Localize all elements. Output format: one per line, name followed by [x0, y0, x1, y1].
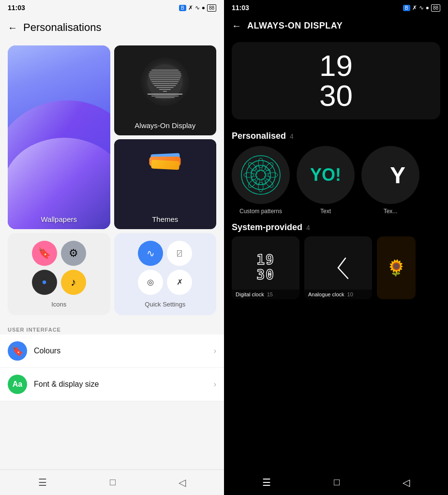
battery-icon: 88	[207, 4, 216, 12]
qs-tune: ⍁	[167, 241, 192, 266]
bluetooth-icon: B	[179, 5, 186, 11]
wallpapers-label: Wallpapers	[8, 215, 110, 223]
digital-clock-label: Digital clock	[236, 291, 264, 297]
right-bluetooth-icon: B	[403, 5, 410, 11]
colours-icon: 🔖	[8, 341, 27, 361]
right-bluetooth-symbol: ✗	[412, 4, 417, 11]
digital-clock-label-bar: Digital clock 15	[232, 290, 299, 299]
left-time: 11:03	[8, 4, 25, 12]
aod-label: Always-On Display	[114, 121, 217, 130]
system-section: System-provided 4 19 30 Digital clock 15	[224, 222, 448, 307]
icon-yellow: ♪	[61, 270, 86, 295]
aod-time-line1: 19	[319, 51, 353, 81]
right-time: 11:03	[232, 4, 249, 12]
signal-icon: ●	[202, 4, 205, 11]
text-partial-label: Tex...	[384, 208, 398, 215]
wallpapers-card[interactable]: Wallpapers	[8, 45, 110, 229]
colours-chevron: ›	[214, 347, 216, 355]
left-back-button[interactable]: ←	[8, 22, 17, 33]
analogue-clock-display	[310, 242, 366, 293]
colours-menu-item[interactable]: 🔖 Colours ›	[0, 335, 224, 368]
third-clock-card[interactable]: 🌻	[377, 236, 416, 299]
custom-patterns-circle	[232, 146, 290, 204]
custom-patterns-card[interactable]: Custom patterns	[232, 146, 290, 215]
personalised-section-header: Personalised 4	[224, 123, 448, 146]
menu-nav-icon[interactable]: ☰	[38, 477, 47, 488]
back-nav-icon[interactable]: ◁	[179, 477, 186, 488]
aod-card[interactable]: Always-On Display	[114, 45, 217, 135]
right-back-button[interactable]: ←	[232, 20, 241, 31]
right-page-title: ALWAYS-ON DISPLAY	[247, 21, 343, 31]
analogue-clock-label: Analogue clock	[308, 291, 344, 297]
aod-lines-svg	[146, 62, 184, 101]
grid-container: Wallpapers	[0, 40, 224, 321]
left-status-bar: 11:03 B ✗ ∿ ● 88	[0, 0, 224, 15]
svg-point-24	[258, 182, 263, 192]
svg-line-37	[338, 268, 348, 278]
partial-text: Y	[390, 162, 405, 189]
right-header: ← ALWAYS-ON DISPLAY	[224, 15, 448, 38]
text-yo-card[interactable]: YO! Text	[297, 146, 355, 215]
aod-preview[interactable]: 19 30	[232, 42, 440, 119]
font-display-menu-item[interactable]: Aa Font & display size ›	[0, 368, 224, 401]
left-status-icons: B ✗ ∿ ● 88	[179, 4, 216, 12]
text-partial-card[interactable]: Y Tex...	[361, 146, 419, 215]
themes-icon	[149, 154, 181, 169]
right-signal-icon: ●	[426, 4, 429, 11]
analogue-clock-label-bar: Analogue clock 10	[304, 290, 372, 299]
font-icon: Aa	[8, 375, 27, 394]
system-provided-title: System-provided	[232, 222, 302, 233]
quick-settings-label: Quick Settings	[145, 301, 185, 308]
clock-scroll-row: 19 30 Digital clock 15	[232, 233, 440, 307]
digital-time-line2: 30	[256, 268, 275, 283]
bluetooth-symbol: ✗	[188, 4, 193, 11]
icons-grid: 🔖 ⚙ ● ♪	[32, 241, 86, 295]
right-panel: 11:03 B ✗ ∿ ● 88 ← ALWAYS-ON DISPLAY 19 …	[224, 0, 448, 495]
colours-label: Colours	[34, 347, 214, 355]
third-clock-display: 🌻	[383, 242, 410, 293]
aod-circle	[141, 58, 189, 106]
right-status-icons: B ✗ ∿ ● 88	[403, 4, 440, 12]
personalised-title: Personalised	[232, 131, 286, 141]
left-panel: 11:03 B ✗ ∿ ● 88 ← Personalisations Wall…	[0, 0, 224, 495]
digital-clock-display: 19 30	[238, 242, 294, 293]
svg-point-17	[246, 160, 275, 189]
digital-clock-numbers: 19 30	[256, 253, 275, 283]
qs-grid: ∿ ⍁ ◎ ✗	[138, 241, 192, 295]
home-nav-icon[interactable]: □	[110, 477, 116, 488]
right-back-nav[interactable]: ◁	[403, 477, 410, 488]
icons-card[interactable]: 🔖 ⚙ ● ♪ Icons	[8, 233, 110, 315]
right-home-nav[interactable]: □	[334, 477, 340, 488]
digital-clock-count: 15	[267, 291, 273, 297]
system-provided-count: 4	[306, 224, 310, 232]
aod-clock-display: 19 30	[319, 51, 353, 111]
qs-bluetooth: ✗	[167, 270, 192, 295]
right-wifi-icon: ∿	[419, 4, 424, 11]
svg-point-16	[241, 156, 280, 194]
qs-location: ◎	[138, 270, 163, 295]
themes-card[interactable]: Themes	[114, 139, 217, 229]
system-section-header: System-provided 4	[232, 222, 440, 233]
svg-line-38	[338, 258, 345, 268]
icon-dark: ●	[32, 270, 57, 295]
digital-clock-card[interactable]: 19 30 Digital clock 15	[232, 236, 299, 299]
text-partial-circle: Y	[361, 146, 419, 204]
left-bottom-nav: ☰ □ ◁	[0, 469, 224, 495]
user-interface-section-label: USER INTERFACE	[0, 321, 224, 335]
yo-text: YO!	[310, 165, 341, 185]
themes-label: Themes	[114, 215, 217, 223]
qs-wifi: ∿	[138, 241, 163, 266]
personalised-scroll-row: Custom patterns YO! Text Y Tex...	[224, 146, 448, 222]
text-label: Text	[320, 208, 331, 215]
text-yo-circle: YO!	[297, 146, 355, 204]
custom-patterns-label: Custom patterns	[239, 208, 282, 215]
quick-settings-card[interactable]: ∿ ⍁ ◎ ✗ Quick Settings	[114, 233, 217, 315]
svg-point-18	[251, 165, 270, 185]
right-menu-nav[interactable]: ☰	[262, 477, 271, 488]
font-label: Font & display size	[34, 380, 214, 389]
personalised-count: 4	[290, 132, 294, 140]
left-page-title: Personalisations	[23, 21, 101, 34]
right-battery-icon: 88	[431, 4, 440, 12]
analogue-clock-card[interactable]: Analogue clock 10	[304, 236, 372, 299]
icon-pink: 🔖	[32, 241, 57, 266]
